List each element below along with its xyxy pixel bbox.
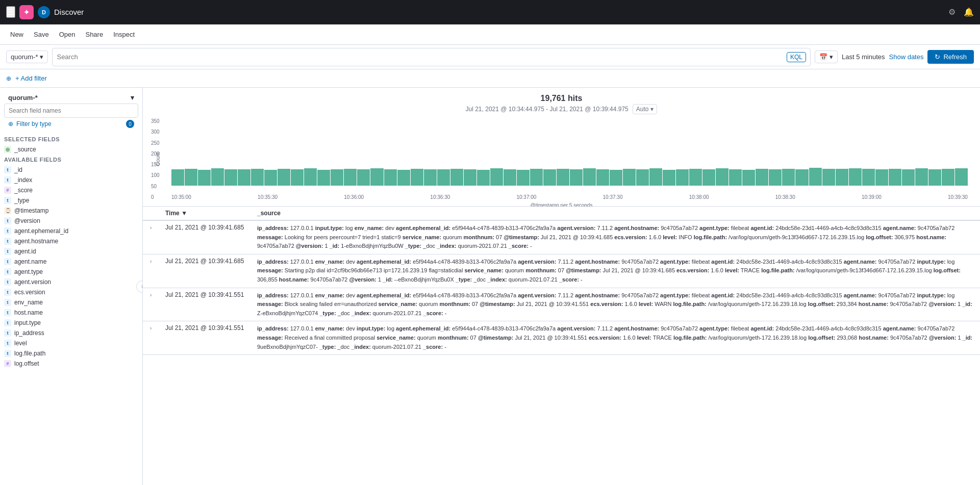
field-item-level[interactable]: t level xyxy=(0,338,142,348)
notifications-icon[interactable]: 🔔 xyxy=(964,7,974,17)
kql-badge[interactable]: KQL xyxy=(787,52,806,62)
chart-bar[interactable] xyxy=(291,169,304,186)
share-button[interactable]: Share xyxy=(81,29,107,40)
field-item-index[interactable]: t _index xyxy=(0,175,142,185)
field-item-agent-type[interactable]: t agent.type xyxy=(0,267,142,277)
chart-bar[interactable] xyxy=(317,170,330,186)
field-item-agent-version[interactable]: t agent.version xyxy=(0,277,142,287)
chart-bar[interactable] xyxy=(411,169,423,186)
hamburger-button[interactable]: ☰ xyxy=(6,6,15,18)
field-item-env-name[interactable]: t env_name xyxy=(0,297,142,308)
chart-bar[interactable] xyxy=(304,168,317,186)
expand-row-button[interactable]: › xyxy=(149,224,153,232)
expand-row-button[interactable]: › xyxy=(149,324,153,332)
field-item-score[interactable]: # _score xyxy=(0,185,142,195)
chart-bar[interactable] xyxy=(185,169,197,186)
index-pattern-selector[interactable]: quorum-* ▾ xyxy=(6,50,48,63)
chart-bar[interactable] xyxy=(490,168,503,186)
chart-bar[interactable] xyxy=(224,169,237,186)
selected-field-source[interactable]: ◎ _source xyxy=(0,144,142,155)
chart-bar[interactable] xyxy=(557,169,569,186)
chart-bar[interactable] xyxy=(424,169,437,186)
search-fields-input[interactable] xyxy=(4,104,138,118)
refresh-button[interactable]: ↻ Refresh xyxy=(927,50,974,64)
field-item-log-offset[interactable]: # log.offset xyxy=(0,359,142,369)
chart-bar[interactable] xyxy=(171,169,184,186)
field-item-log-file-path[interactable]: t log.file.path xyxy=(0,348,142,359)
chart-bar[interactable] xyxy=(862,169,875,186)
chart-bar[interactable] xyxy=(357,169,370,186)
chart-bar[interactable] xyxy=(504,169,516,186)
chart-bar[interactable] xyxy=(769,169,782,186)
field-item-ecs-version[interactable]: t ecs.version xyxy=(0,287,142,297)
chart-bar[interactable] xyxy=(437,169,450,186)
search-input[interactable] xyxy=(57,53,787,61)
chart-bar[interactable] xyxy=(477,170,490,186)
field-item-ip-address[interactable]: t ip_address xyxy=(0,328,142,338)
chart-bar[interactable] xyxy=(331,169,343,186)
chart-bar[interactable] xyxy=(689,169,702,186)
chart-bar[interactable] xyxy=(942,169,954,186)
calendar-button[interactable]: 📅 ▾ xyxy=(815,50,838,63)
open-button[interactable]: Open xyxy=(55,29,80,40)
chart-bar[interactable] xyxy=(849,168,862,186)
field-item-version[interactable]: t @version xyxy=(0,216,142,226)
field-item-input-type[interactable]: t input.type xyxy=(0,318,142,328)
time-col-header[interactable]: Time ▼ xyxy=(159,207,251,220)
chart-bar[interactable] xyxy=(729,169,742,186)
filter-by-type[interactable]: ⊕ Filter by type 0 xyxy=(4,118,138,130)
chart-bar[interactable] xyxy=(636,169,649,186)
chart-bar[interactable] xyxy=(450,169,463,186)
auto-dropdown[interactable]: Auto ▾ xyxy=(633,104,658,114)
chart-bar[interactable] xyxy=(649,168,662,186)
chart-bar[interactable] xyxy=(782,169,795,186)
chart-bar[interactable] xyxy=(583,168,596,186)
chart-bar[interactable] xyxy=(596,169,609,186)
settings-icon[interactable]: ⚙ xyxy=(948,7,956,17)
chart-bar[interactable] xyxy=(716,168,728,186)
chart-bar[interactable] xyxy=(902,169,915,186)
chart-bar[interactable] xyxy=(264,170,277,186)
chart-bar[interactable] xyxy=(543,169,556,186)
chart-bar[interactable] xyxy=(570,169,583,186)
add-filter-button[interactable]: + Add filter xyxy=(15,74,47,82)
chart-bar[interactable] xyxy=(889,169,901,186)
chart-bar[interactable] xyxy=(875,169,888,186)
chart-bar[interactable] xyxy=(623,169,636,186)
field-item-agent-id[interactable]: t agent.id xyxy=(0,246,142,257)
chart-bar[interactable] xyxy=(251,169,264,186)
source-col-header[interactable]: _source xyxy=(251,207,980,220)
chart-bar[interactable] xyxy=(742,170,755,186)
chart-bar[interactable] xyxy=(915,168,928,186)
chart-bar[interactable] xyxy=(663,170,675,186)
index-pattern-dropdown[interactable]: quorum-* ▾ xyxy=(4,92,138,104)
expand-row-button[interactable]: › xyxy=(149,291,153,299)
chart-bar[interactable] xyxy=(211,168,224,186)
field-item-agent-name[interactable]: t agent.name xyxy=(0,257,142,267)
field-item-agent-hostname[interactable]: t agent.hostname xyxy=(0,236,142,246)
chart-bar[interactable] xyxy=(464,169,476,186)
chart-bar[interactable] xyxy=(809,168,822,186)
field-item-host-name[interactable]: t host.name xyxy=(0,308,142,318)
inspect-button[interactable]: Inspect xyxy=(109,29,139,40)
chart-bar[interactable] xyxy=(610,170,622,186)
chart-bar[interactable] xyxy=(238,169,250,186)
chart-bar[interactable] xyxy=(822,169,835,186)
chart-bar[interactable] xyxy=(955,168,968,186)
chart-bar[interactable] xyxy=(836,169,848,186)
show-dates-button[interactable]: Show dates xyxy=(889,53,924,61)
field-item-type[interactable]: t _type xyxy=(0,195,142,206)
save-button[interactable]: Save xyxy=(30,29,53,40)
chart-bar[interactable] xyxy=(397,170,410,186)
chart-bar[interactable] xyxy=(928,169,941,186)
chart-bar[interactable] xyxy=(384,169,397,186)
chart-bar[interactable] xyxy=(198,170,211,186)
field-item-id[interactable]: t _id xyxy=(0,165,142,175)
field-item-timestamp[interactable]: ⌚ @timestamp xyxy=(0,206,142,216)
chart-bar[interactable] xyxy=(278,169,290,186)
chart-bar[interactable] xyxy=(702,169,715,186)
chart-bar[interactable] xyxy=(530,169,543,186)
chart-bar[interactable] xyxy=(756,169,768,186)
results-area[interactable]: Time ▼ _source ›Jul 21, 2021 @ 10:39:41.… xyxy=(143,207,980,485)
chart-bar[interactable] xyxy=(517,170,530,186)
